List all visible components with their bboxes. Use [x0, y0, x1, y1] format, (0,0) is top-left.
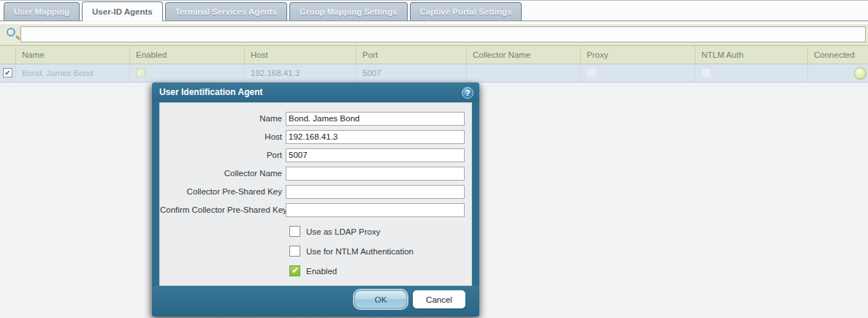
name-field-label: Name	[160, 114, 286, 123]
dialog-title: User Identification Agent	[152, 83, 479, 102]
row-connected-cell	[808, 64, 868, 82]
collector-name-field[interactable]	[286, 167, 465, 181]
use-for-ntlm-authentication-checkbox[interactable]	[289, 246, 300, 257]
use-as-ldap-proxy-checkbox[interactable]	[289, 226, 300, 237]
table-header: Name Enabled Host Port Collector Name Pr…	[0, 45, 868, 64]
enabled-dialog-checkbox[interactable]	[289, 265, 300, 276]
header-name[interactable]: Name	[16, 46, 130, 64]
user-identification-agent-dialog: User Identification Agent ? Name Host Po…	[152, 83, 479, 317]
use-as-ldap-proxy-label: Use as LDAP Proxy	[306, 227, 380, 236]
cancel-button[interactable]: Cancel	[413, 290, 465, 308]
name-field[interactable]	[286, 112, 465, 126]
enabled-checkbox	[136, 68, 145, 77]
collector-psk-field-label: Collector Pre-Shared Key	[160, 187, 286, 196]
tab-terminal-services-agents[interactable]: Terminal Services Agents	[165, 2, 287, 20]
filter-bar	[0, 24, 868, 45]
header-select-column	[0, 46, 16, 64]
row-name-cell: Bond. James Bond	[16, 64, 130, 82]
row-ntlm-auth-cell	[696, 64, 808, 82]
use-for-ntlm-authentication-label: Use for NTLM Authentication	[306, 247, 414, 256]
port-field[interactable]	[286, 148, 465, 162]
enabled-dialog-label: Enabled	[306, 267, 337, 276]
header-port[interactable]: Port	[357, 46, 467, 64]
row-select-checkbox[interactable]	[3, 68, 12, 77]
search-icon[interactable]	[7, 28, 15, 37]
row-host-cell: 192.168.41.3	[245, 64, 357, 82]
row-enabled-cell	[130, 64, 245, 82]
confirm-collector-psk-field-label: Confirm Collector Pre-Shared Key	[160, 205, 286, 214]
tab-group-mapping-settings[interactable]: Group Mapping Settings	[289, 2, 408, 20]
user-id-agents-screen: User Mapping User-ID Agents Terminal Ser…	[0, 0, 868, 318]
search-input[interactable]	[20, 26, 866, 42]
tab-user-id-agents[interactable]: User-ID Agents	[82, 1, 163, 21]
table-row[interactable]: Bond. James Bond 192.168.41.3 5007	[0, 64, 868, 83]
tab-user-mapping[interactable]: User Mapping	[4, 2, 80, 20]
proxy-checkbox	[587, 68, 596, 77]
ntlm-auth-checkbox	[701, 68, 711, 77]
port-field-label: Port	[160, 151, 286, 159]
header-connected[interactable]: Connected	[808, 46, 868, 64]
row-collector-name-cell	[467, 64, 581, 82]
collector-psk-field[interactable]	[286, 185, 465, 199]
row-proxy-cell	[581, 64, 696, 82]
header-collector-name[interactable]: Collector Name	[467, 46, 581, 64]
row-select-cell	[0, 64, 16, 82]
row-port-cell: 5007	[357, 64, 467, 82]
header-enabled[interactable]: Enabled	[130, 46, 245, 64]
ok-button[interactable]: OK	[354, 290, 407, 308]
host-field[interactable]	[286, 130, 465, 144]
header-proxy[interactable]: Proxy	[581, 46, 696, 64]
header-ntlm-auth[interactable]: NTLM Auth	[696, 46, 808, 64]
dialog-body: Name Host Port Collector Name Collector …	[159, 102, 472, 286]
collector-name-field-label: Collector Name	[160, 169, 286, 178]
dialog-footer: OK Cancel	[152, 286, 479, 317]
help-icon[interactable]: ?	[462, 87, 473, 99]
host-field-label: Host	[160, 132, 286, 141]
connected-status-orb	[854, 67, 867, 80]
header-host[interactable]: Host	[245, 46, 357, 64]
tab-bar: User Mapping User-ID Agents Terminal Ser…	[0, 0, 868, 21]
agent-name-link[interactable]: Bond. James Bond	[22, 69, 93, 77]
confirm-collector-psk-field[interactable]	[286, 203, 465, 217]
tab-captive-portal-settings[interactable]: Captive Portal Settings	[410, 2, 522, 20]
